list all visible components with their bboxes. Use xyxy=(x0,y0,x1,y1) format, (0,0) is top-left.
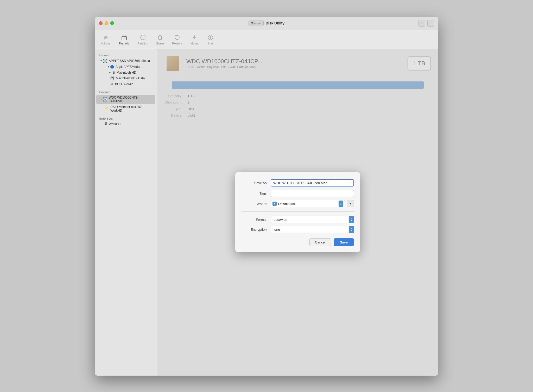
toolbar-partition[interactable]: Partition xyxy=(137,34,148,45)
sidebar-item-macintosh-hd[interactable]: ▶ 🖥 Macintosh HD xyxy=(96,70,155,75)
stepper-down-icon: ▼ xyxy=(351,220,352,221)
toolbar-erase[interactable]: Erase xyxy=(156,34,164,45)
stepper-up-icon: ▲ xyxy=(340,202,342,204)
sidebar-item-apple-ssd[interactable]: ▾ 💽 APPLE SSD AP0256M Media xyxy=(96,58,155,64)
first-aid-label: First Aid xyxy=(119,42,129,45)
disk-icon: 💽 xyxy=(103,59,107,63)
downloads-icon: ⬇ xyxy=(272,202,277,206)
where-label: Where: xyxy=(242,202,268,206)
save-as-row: Save As: xyxy=(242,179,354,187)
partition-icon xyxy=(139,34,147,41)
format-value: read/write xyxy=(272,218,287,222)
toolbar-restore[interactable]: Restore xyxy=(172,34,182,45)
sidebar-item-bootcamp[interactable]: 🗂 BOOTCAMP xyxy=(96,81,155,87)
volume-icon: ⊕ xyxy=(102,34,109,41)
where-dropdown[interactable]: ⬇ Downloads ▲ ▼ xyxy=(271,200,345,207)
toolbar: ⊕ Volume First Aid Partition xyxy=(95,30,438,49)
chevron-icon: ▾ xyxy=(108,65,109,68)
close-button[interactable] xyxy=(99,21,103,25)
chevron-icon: ▾ xyxy=(100,98,102,101)
sidebar-item-appleapfs[interactable]: ▾ 🔵 AppleAPFSMedia xyxy=(96,64,155,70)
remove-button[interactable]: − xyxy=(427,20,434,27)
sidebar-item-macintosh-hd-data[interactable]: 💾 Macintosh HD - Data xyxy=(96,75,155,81)
save-as-input[interactable] xyxy=(271,179,354,187)
erase-icon xyxy=(156,34,164,41)
encryption-value: none xyxy=(272,228,280,232)
stepper-up-icon: ▲ xyxy=(351,218,352,220)
chevron-down-icon: ▾ xyxy=(350,202,351,205)
sidebar-label: BOOTCAMP xyxy=(115,82,133,86)
save-as-label: Save As: xyxy=(242,181,268,185)
toolbar-info[interactable]: Info xyxy=(207,34,214,45)
minimize-button[interactable] xyxy=(105,21,108,25)
view-label: View xyxy=(253,22,260,25)
sidebar-item-workhd[interactable]: 🗄 WorkHD xyxy=(96,121,155,127)
toolbar-first-aid[interactable]: First Aid xyxy=(119,34,129,45)
encryption-row: Encryption: none ▲ ▼ xyxy=(242,226,354,233)
erase-label: Erase xyxy=(156,42,164,45)
restore-icon xyxy=(174,34,181,41)
sidebar-item-wdc[interactable]: ▾ 💽 WDC WD1000CHTZ-04JCPV0... xyxy=(96,95,155,104)
chevron-down-icon: ▾ xyxy=(260,22,262,24)
view-button[interactable]: ⊞ View ▾ xyxy=(249,21,264,26)
main-area: Internal ▾ 💽 APPLE SSD AP0256M Media ▾ 🔵… xyxy=(95,49,438,376)
tags-input[interactable] xyxy=(271,190,354,197)
drive-data-icon: 💾 xyxy=(110,76,114,80)
volume-label: Volume xyxy=(101,42,111,45)
save-button[interactable]: Save xyxy=(334,238,354,246)
stepper-down-icon: ▼ xyxy=(351,229,352,231)
encryption-select-wrapper: none ▲ ▼ xyxy=(271,226,354,233)
traffic-lights xyxy=(99,21,114,25)
drive-icon: 🖥 xyxy=(112,71,115,74)
tags-row: Tags: xyxy=(242,190,354,197)
raid-sets-section-label: RAID Sets xyxy=(95,115,157,121)
bootcamp-icon: 🗂 xyxy=(110,82,113,86)
where-value: Downloads xyxy=(278,202,337,206)
sidebar-label: Macintosh HD - Data xyxy=(116,76,145,80)
mount-icon xyxy=(191,34,198,41)
wdc-icon: 💽 xyxy=(103,97,107,101)
format-row: Format: read/write ▲ ▼ xyxy=(242,216,354,223)
maximize-button[interactable] xyxy=(110,21,114,25)
stepper-down-icon: ▼ xyxy=(340,204,342,205)
apfs-icon: 🔵 xyxy=(110,65,114,69)
toolbar-mount[interactable]: Mount xyxy=(191,34,199,45)
main-window: ⊞ View ▾ Disk Utility + − ⊕ Volume F xyxy=(95,17,438,376)
format-stepper[interactable]: ▲ ▼ xyxy=(349,216,354,223)
save-dialog: Save As: Tags: Where: ⬇ xyxy=(235,172,360,252)
chevron-icon: ▾ xyxy=(100,59,102,62)
where-expand-button[interactable]: ▾ xyxy=(347,200,354,207)
titlebar: ⊞ View ▾ Disk Utility + − xyxy=(95,17,438,30)
sidebar-label: AppleAPFSMedia xyxy=(116,65,140,69)
where-stepper[interactable]: ▲ ▼ xyxy=(339,201,343,207)
where-select-wrapper: ⬇ Downloads ▲ ▼ ▾ xyxy=(271,200,354,207)
tags-label: Tags: xyxy=(242,191,268,195)
dialog-backdrop: Save As: Tags: Where: ⬇ xyxy=(157,49,438,376)
cancel-button[interactable]: Cancel xyxy=(309,238,331,246)
sidebar-label: WDC WD1000CHTZ-04JCPV0... xyxy=(109,96,151,103)
first-aid-icon xyxy=(120,34,128,41)
internal-section-label: Internal xyxy=(95,52,157,58)
toolbar-volume[interactable]: ⊕ Volume xyxy=(101,34,111,45)
external-section-label: External xyxy=(95,89,157,95)
sidebar-label: RAID Member disk2s2: WorkHD xyxy=(110,105,151,112)
mount-label: Mount xyxy=(191,42,199,45)
format-label: Format: xyxy=(242,218,268,222)
add-button[interactable]: + xyxy=(418,20,425,27)
where-row: Where: ⬇ Downloads ▲ ▼ ▾ xyxy=(242,200,354,207)
view-icon: ⊞ xyxy=(251,22,253,25)
partition-label: Partition xyxy=(137,42,148,45)
format-dropdown[interactable]: read/write xyxy=(271,216,348,223)
sidebar-label: APPLE SSD AP0256M Media xyxy=(109,59,150,63)
titlebar-actions: + − xyxy=(418,20,434,27)
workhd-icon: 🗄 xyxy=(104,122,107,126)
encryption-stepper[interactable]: ▲ ▼ xyxy=(349,226,354,233)
encryption-label: Encryption: xyxy=(242,228,268,232)
chevron-icon: ▶ xyxy=(109,71,111,74)
content-area: WDC WD1000CHTZ-04JCP... SATA External Ph… xyxy=(157,49,438,376)
encryption-dropdown[interactable]: none xyxy=(271,226,348,233)
sidebar: Internal ▾ 💽 APPLE SSD AP0256M Media ▾ 🔵… xyxy=(95,49,157,376)
sidebar-item-raid-member[interactable]: 📁 RAID Member disk2s2: WorkHD xyxy=(96,104,155,113)
svg-point-3 xyxy=(210,36,211,37)
info-label: Info xyxy=(208,42,213,45)
